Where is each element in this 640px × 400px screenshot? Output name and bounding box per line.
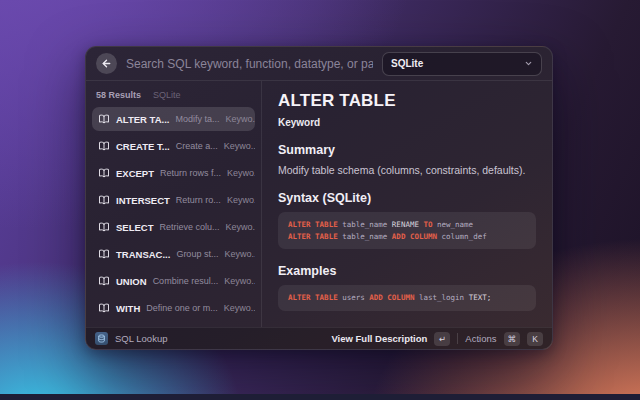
sql-lookup-window: SQLite 58 Results SQLite ALTER TA... Mod… [85,46,553,350]
detail-panel: ALTER TABLE Keyword Summary Modify table… [262,81,552,327]
back-button[interactable] [96,53,117,74]
engine-dropdown-value: SQLite [391,58,524,69]
book-open-icon [98,248,110,260]
status-actions: View Full Description ↵ Actions ⌘ K [331,332,543,346]
result-tag: Keywo... [226,222,255,232]
result-tag: Keywo... [224,249,255,259]
result-description: Create a... [176,141,218,151]
result-row-except[interactable]: EXCEPT Return rows f... Keywo... [92,161,255,185]
results-filter: SQLite [153,90,181,100]
result-description: Retrieve colu... [159,222,219,232]
k-key-badge[interactable]: K [527,332,543,346]
result-tag: Keywo... [224,141,255,151]
result-tag: Keywo... [224,303,255,313]
result-description: Define one or m... [146,303,218,313]
examples-heading: Examples [278,264,536,278]
window-body: 58 Results SQLite ALTER TA... Modify ta.… [86,81,552,327]
summary-text: Modify table schema (columns, constraint… [278,164,536,176]
search-bar: SQLite [86,47,552,81]
result-row-intersect[interactable]: INTERSECT Return ro... Keywo... [92,188,255,212]
wallpaper-bottom-strip [0,394,640,400]
result-tag: Keywo... [227,168,255,178]
code-line: ALTER TABLE users ADD COLUMN last_login … [288,292,526,304]
book-open-icon [98,275,110,287]
result-row-union[interactable]: UNION Combine resul... Keywo... [92,269,255,293]
result-description: Modify ta... [175,114,219,124]
arrow-left-icon [101,58,112,69]
view-full-description-button[interactable]: View Full Description [331,333,427,344]
book-open-icon [98,113,110,125]
book-open-icon [98,221,110,233]
chevron-down-icon [524,59,533,68]
result-description: Return rows f... [160,168,221,178]
examples-code-block: ALTER TABLE users ADD COLUMN last_login … [278,285,536,311]
results-count: 58 Results [96,90,141,100]
book-open-icon [98,302,110,314]
results-header: 58 Results SQLite [92,87,255,107]
syntax-heading: Syntax (SQLite) [278,191,536,205]
result-name: INTERSECT [116,195,170,206]
result-tag: Keywo... [224,276,255,286]
result-name: WITH [116,303,140,314]
result-row-with[interactable]: WITH Define one or m... Keywo... [92,296,255,320]
result-row-alter-table[interactable]: ALTER TA... Modify ta... Keywo... [92,107,255,131]
status-bar: SQL Lookup View Full Description ↵ Actio… [86,327,552,349]
return-key-badge[interactable]: ↵ [434,332,450,346]
syntax-code-block: ALTER TABLE table_name RENAME TO new_nam… [278,212,536,249]
result-tag: Keywo... [227,195,255,205]
result-description: Combine resul... [153,276,219,286]
result-tag: Keywo... [226,114,256,124]
command-key-badge[interactable]: ⌘ [504,332,521,346]
result-name: SELECT [116,222,153,233]
code-line: ALTER TABLE table_name RENAME TO new_nam… [288,219,526,231]
status-divider [457,333,458,344]
book-open-icon [98,194,110,206]
result-row-create-table[interactable]: CREATE T... Create a... Keywo... [92,134,255,158]
result-row-select[interactable]: SELECT Retrieve colu... Keywo... [92,215,255,239]
book-open-icon [98,167,110,179]
book-open-icon [98,140,110,152]
summary-heading: Summary [278,143,536,157]
result-description: Return ro... [176,195,221,205]
app-name: SQL Lookup [115,333,167,344]
code-line: ALTER TABLE table_name ADD COLUMN column… [288,231,526,243]
detail-type-label: Keyword [278,117,536,128]
result-name: TRANSAC... [116,249,170,260]
database-icon [95,332,108,345]
result-name: ALTER TA... [116,114,169,125]
results-sidebar: 58 Results SQLite ALTER TA... Modify ta.… [86,81,262,327]
result-name: CREATE T... [116,141,170,152]
engine-dropdown[interactable]: SQLite [382,52,542,76]
detail-title: ALTER TABLE [278,91,536,111]
result-row-transaction[interactable]: TRANSAC... Group st... Keywo... [92,242,255,266]
result-name: UNION [116,276,147,287]
search-input[interactable] [126,57,373,71]
result-name: EXCEPT [116,168,154,179]
result-description: Group st... [176,249,218,259]
actions-button[interactable]: Actions [465,333,496,344]
